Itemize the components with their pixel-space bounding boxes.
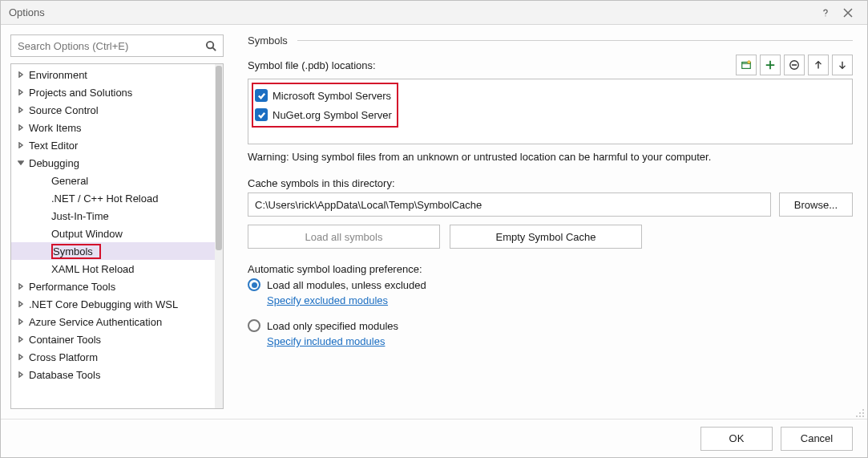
symbol-locations-list[interactable]: Microsoft Symbol Servers NuGet.org Symbo… — [248, 79, 853, 144]
add-button[interactable] — [760, 55, 781, 75]
scrollbar-thumb[interactable] — [216, 66, 222, 250]
chevron-right-icon[interactable] — [16, 317, 26, 326]
locations-label: Symbol file (.pdb) locations: — [248, 59, 376, 71]
help-button[interactable] — [814, 3, 837, 22]
tree-item-label: .NET / C++ Hot Reload — [51, 193, 158, 205]
radio-on-icon[interactable] — [248, 278, 260, 291]
move-down-button[interactable] — [832, 55, 853, 75]
tree-item--net-core-debugging-with-wsl[interactable]: .NET Core Debugging with WSL — [11, 295, 215, 313]
svg-point-7 — [859, 412, 861, 414]
options-detail-panel: Symbols Symbol file (.pdb) locations: — [233, 25, 867, 419]
remove-button[interactable] — [784, 55, 805, 75]
cache-directory-label: Cache symbols in this directory: — [248, 177, 853, 189]
window-title: Options — [9, 6, 814, 18]
tree-item-label: Output Window — [51, 228, 123, 240]
chevron-right-icon[interactable] — [16, 299, 26, 309]
tree-item-performance-tools[interactable]: Performance Tools — [11, 278, 215, 295]
chevron-right-icon[interactable] — [16, 334, 26, 344]
radio-load-only[interactable]: Load only specified modules — [248, 319, 853, 332]
tree-item-output-window[interactable]: Output Window — [11, 225, 215, 242]
radio-off-icon[interactable] — [248, 319, 260, 332]
symbol-location-row[interactable]: NuGet.org Symbol Server — [255, 105, 392, 124]
tree-item-environment[interactable]: Environment — [11, 66, 215, 83]
tree-item-label: Debugging — [29, 157, 79, 169]
browse-button[interactable]: Browse... — [779, 193, 853, 217]
tree-item-label: Container Tools — [29, 334, 101, 346]
chevron-right-icon[interactable] — [16, 105, 26, 115]
tree-item-label: Text Editor — [29, 140, 78, 152]
tree-item-label: General — [51, 175, 88, 187]
chevron-right-icon[interactable] — [16, 123, 26, 132]
tree-item--net-c-hot-reload[interactable]: .NET / C++ Hot Reload — [11, 189, 215, 207]
search-icon — [205, 39, 218, 52]
tree-item-just-in-time[interactable]: Just-In-Time — [11, 207, 215, 225]
svg-point-1 — [207, 41, 213, 47]
chevron-right-icon[interactable] — [16, 370, 26, 379]
svg-point-9 — [859, 415, 861, 417]
move-up-button[interactable] — [808, 55, 829, 75]
tree-item-database-tools[interactable]: Database Tools — [11, 366, 215, 383]
empty-symbol-cache-button[interactable]: Empty Symbol Cache — [450, 225, 642, 249]
highlight-annotation: Microsoft Symbol Servers NuGet.org Symbo… — [252, 83, 398, 128]
tree-item-work-items[interactable]: Work Items — [11, 119, 215, 136]
tree-item-label: Cross Platform — [29, 351, 98, 363]
tree-item-label: .NET Core Debugging with WSL — [29, 298, 178, 310]
chevron-down-icon[interactable] — [16, 158, 26, 168]
radio-load-all-label: Load all modules, unless excluded — [267, 279, 426, 291]
options-tree: EnvironmentProjects and SolutionsSource … — [10, 63, 224, 409]
svg-point-6 — [862, 412, 864, 414]
chevron-right-icon[interactable] — [16, 70, 26, 79]
svg-point-10 — [856, 415, 858, 417]
load-all-symbols-button[interactable]: Load all symbols — [248, 225, 440, 249]
tree-item-container-tools[interactable]: Container Tools — [11, 330, 215, 348]
tree-item-source-control[interactable]: Source Control — [11, 101, 215, 119]
svg-point-5 — [862, 409, 864, 411]
chevron-right-icon[interactable] — [16, 140, 26, 150]
cache-directory-input[interactable]: C:\Users\rick\AppData\Local\Temp\SymbolC… — [248, 193, 771, 217]
header-divider — [297, 40, 853, 41]
tree-item-label: Azure Service Authentication — [29, 316, 162, 328]
specify-included-link[interactable]: Specify included modules — [267, 335, 853, 347]
tree-item-label: Projects and Solutions — [29, 87, 132, 99]
tree-item-label: Database Tools — [29, 369, 100, 381]
location-label: Microsoft Symbol Servers — [273, 90, 391, 102]
symbol-location-row[interactable]: Microsoft Symbol Servers — [255, 86, 392, 105]
specify-excluded-link[interactable]: Specify excluded modules — [267, 294, 853, 306]
radio-load-all[interactable]: Load all modules, unless excluded — [248, 278, 853, 291]
search-input-field[interactable] — [16, 39, 205, 53]
ok-button[interactable]: OK — [700, 427, 773, 451]
chevron-right-icon[interactable] — [16, 352, 26, 362]
auto-loading-pref-label: Automatic symbol loading preference: — [248, 263, 853, 275]
tree-item-cross-platform[interactable]: Cross Platform — [11, 348, 215, 366]
tree-item-general[interactable]: General — [11, 172, 215, 189]
options-sidebar: EnvironmentProjects and SolutionsSource … — [1, 25, 233, 419]
tree-item-label: Work Items — [29, 122, 82, 134]
highlight-annotation: Symbols — [51, 244, 101, 259]
chevron-right-icon[interactable] — [16, 282, 26, 291]
resize-grip-icon[interactable] — [855, 408, 865, 418]
chevron-right-icon[interactable] — [16, 87, 26, 97]
tree-item-symbols[interactable]: Symbols — [11, 242, 215, 260]
tree-item-label: Just-In-Time — [51, 210, 109, 222]
search-options-input[interactable] — [10, 34, 224, 57]
tree-item-xaml-hot-reload[interactable]: XAML Hot Reload — [11, 260, 215, 278]
title-bar: Options — [1, 1, 867, 25]
close-button[interactable] — [837, 3, 859, 22]
cancel-button[interactable]: Cancel — [781, 427, 853, 451]
svg-point-8 — [862, 415, 864, 417]
tree-item-projects-and-solutions[interactable]: Projects and Solutions — [11, 83, 215, 101]
svg-point-0 — [825, 15, 826, 16]
checkbox-checked-icon[interactable] — [255, 108, 268, 121]
tree-scrollbar[interactable] — [215, 64, 223, 408]
svg-point-3 — [748, 61, 751, 64]
tree-item-label: Environment — [29, 69, 87, 81]
dialog-footer: OK Cancel — [1, 419, 867, 457]
radio-load-only-label: Load only specified modules — [267, 320, 398, 332]
tree-item-azure-service-authentication[interactable]: Azure Service Authentication — [11, 313, 215, 330]
tree-item-text-editor[interactable]: Text Editor — [11, 136, 215, 154]
checkbox-checked-icon[interactable] — [255, 89, 268, 102]
page-title: Symbols — [248, 34, 297, 47]
tree-item-label: XAML Hot Reload — [51, 263, 135, 275]
tree-item-debugging[interactable]: Debugging — [11, 154, 215, 172]
new-folder-button[interactable] — [736, 55, 757, 75]
